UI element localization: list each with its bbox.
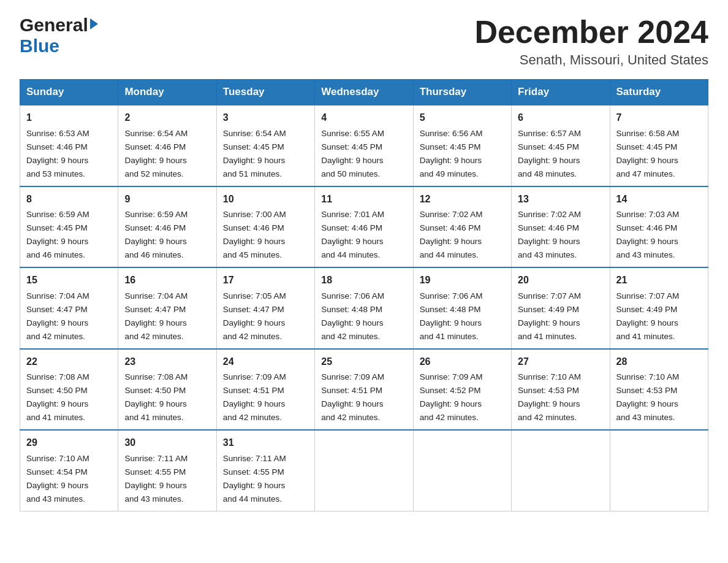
calendar-cell [512, 430, 610, 511]
calendar-cell: 14Sunrise: 7:03 AMSunset: 4:46 PMDayligh… [610, 186, 708, 267]
day-info: Sunrise: 6:59 AMSunset: 4:45 PMDaylight:… [26, 210, 89, 259]
day-number: 22 [26, 354, 112, 370]
calendar-week-3: 15Sunrise: 7:04 AMSunset: 4:47 PMDayligh… [20, 267, 708, 348]
header-sunday: Sunday [20, 80, 118, 105]
day-number: 2 [124, 110, 210, 126]
calendar-cell: 6Sunrise: 6:57 AMSunset: 4:45 PMDaylight… [512, 105, 610, 186]
day-number: 11 [321, 192, 406, 207]
day-number: 6 [518, 110, 603, 126]
day-number: 4 [321, 110, 406, 126]
day-number: 10 [223, 192, 308, 207]
calendar-cell: 11Sunrise: 7:01 AMSunset: 4:46 PMDayligh… [315, 186, 413, 267]
day-info: Sunrise: 6:54 AMSunset: 4:46 PMDaylight:… [124, 129, 188, 178]
calendar-title-block: December 2024 Senath, Missouri, United S… [474, 15, 708, 68]
calendar-cell: 3Sunrise: 6:54 AMSunset: 4:45 PMDaylight… [216, 105, 314, 186]
calendar-cell [413, 430, 511, 511]
calendar-cell: 4Sunrise: 6:55 AMSunset: 4:45 PMDaylight… [315, 105, 413, 186]
day-info: Sunrise: 7:03 AMSunset: 4:46 PMDaylight:… [616, 210, 680, 259]
day-number: 27 [518, 354, 603, 370]
calendar-week-4: 22Sunrise: 7:08 AMSunset: 4:50 PMDayligh… [20, 349, 708, 430]
day-info: Sunrise: 7:06 AMSunset: 4:48 PMDaylight:… [420, 291, 483, 341]
header-tuesday: Tuesday [216, 80, 314, 105]
calendar-cell: 10Sunrise: 7:00 AMSunset: 4:46 PMDayligh… [216, 186, 314, 267]
day-number: 9 [124, 192, 210, 207]
day-number: 30 [124, 435, 210, 451]
day-info: Sunrise: 7:08 AMSunset: 4:50 PMDaylight:… [26, 372, 89, 422]
calendar-cell: 29Sunrise: 7:10 AMSunset: 4:54 PMDayligh… [20, 430, 118, 511]
day-info: Sunrise: 7:10 AMSunset: 4:53 PMDaylight:… [616, 372, 680, 422]
calendar-cell: 9Sunrise: 6:59 AMSunset: 4:46 PMDaylight… [118, 186, 216, 267]
day-info: Sunrise: 6:59 AMSunset: 4:46 PMDaylight:… [124, 210, 188, 259]
day-number: 28 [616, 354, 702, 370]
day-number: 23 [124, 354, 210, 370]
calendar-week-2: 8Sunrise: 6:59 AMSunset: 4:45 PMDaylight… [20, 186, 708, 267]
logo: General Blue [20, 15, 98, 56]
day-info: Sunrise: 6:53 AMSunset: 4:46 PMDaylight:… [26, 129, 89, 178]
calendar-week-5: 29Sunrise: 7:10 AMSunset: 4:54 PMDayligh… [20, 430, 708, 511]
day-info: Sunrise: 7:08 AMSunset: 4:50 PMDaylight:… [124, 372, 188, 422]
day-info: Sunrise: 7:05 AMSunset: 4:47 PMDaylight:… [223, 291, 286, 341]
day-info: Sunrise: 7:09 AMSunset: 4:51 PMDaylight:… [223, 372, 286, 422]
day-info: Sunrise: 6:54 AMSunset: 4:45 PMDaylight:… [223, 129, 286, 178]
header-friday: Friday [512, 80, 610, 105]
header-thursday: Thursday [413, 80, 511, 105]
day-number: 5 [420, 110, 505, 126]
day-number: 26 [420, 354, 505, 370]
day-info: Sunrise: 7:04 AMSunset: 4:47 PMDaylight:… [26, 291, 89, 341]
logo-triangle-icon [90, 18, 98, 29]
day-number: 24 [223, 354, 308, 370]
calendar-cell: 21Sunrise: 7:07 AMSunset: 4:49 PMDayligh… [610, 267, 708, 348]
day-info: Sunrise: 7:01 AMSunset: 4:46 PMDaylight:… [321, 210, 384, 259]
calendar-week-1: 1Sunrise: 6:53 AMSunset: 4:46 PMDaylight… [20, 105, 708, 186]
calendar-cell: 22Sunrise: 7:08 AMSunset: 4:50 PMDayligh… [20, 349, 118, 430]
day-info: Sunrise: 7:10 AMSunset: 4:53 PMDaylight:… [518, 372, 581, 422]
day-info: Sunrise: 7:02 AMSunset: 4:46 PMDaylight:… [518, 210, 581, 259]
calendar-cell: 24Sunrise: 7:09 AMSunset: 4:51 PMDayligh… [216, 349, 314, 430]
logo-general-text: General [20, 15, 88, 36]
day-number: 17 [223, 273, 308, 288]
day-info: Sunrise: 6:57 AMSunset: 4:45 PMDaylight:… [518, 129, 581, 178]
day-number: 16 [124, 273, 210, 288]
page-header: General Blue December 2024 Senath, Misso… [20, 15, 708, 68]
calendar-cell: 26Sunrise: 7:09 AMSunset: 4:52 PMDayligh… [413, 349, 511, 430]
day-info: Sunrise: 7:09 AMSunset: 4:51 PMDaylight:… [321, 372, 384, 422]
day-number: 21 [616, 273, 702, 288]
day-number: 13 [518, 192, 603, 207]
calendar-cell: 5Sunrise: 6:56 AMSunset: 4:45 PMDaylight… [413, 105, 511, 186]
header-saturday: Saturday [610, 80, 708, 105]
day-info: Sunrise: 7:06 AMSunset: 4:48 PMDaylight:… [321, 291, 384, 341]
calendar-cell: 19Sunrise: 7:06 AMSunset: 4:48 PMDayligh… [413, 267, 511, 348]
calendar-cell: 1Sunrise: 6:53 AMSunset: 4:46 PMDaylight… [20, 105, 118, 186]
header-monday: Monday [118, 80, 216, 105]
calendar-cell: 7Sunrise: 6:58 AMSunset: 4:45 PMDaylight… [610, 105, 708, 186]
day-number: 31 [223, 435, 308, 451]
day-number: 7 [616, 110, 702, 126]
day-info: Sunrise: 7:10 AMSunset: 4:54 PMDaylight:… [26, 454, 89, 504]
calendar-cell: 23Sunrise: 7:08 AMSunset: 4:50 PMDayligh… [118, 349, 216, 430]
calendar-cell: 28Sunrise: 7:10 AMSunset: 4:53 PMDayligh… [610, 349, 708, 430]
calendar-cell: 30Sunrise: 7:11 AMSunset: 4:55 PMDayligh… [118, 430, 216, 511]
day-number: 3 [223, 110, 308, 126]
day-number: 1 [26, 110, 112, 126]
calendar-cell: 13Sunrise: 7:02 AMSunset: 4:46 PMDayligh… [512, 186, 610, 267]
day-info: Sunrise: 7:07 AMSunset: 4:49 PMDaylight:… [518, 291, 581, 341]
calendar-cell: 15Sunrise: 7:04 AMSunset: 4:47 PMDayligh… [20, 267, 118, 348]
calendar-table: SundayMondayTuesdayWednesdayThursdayFrid… [20, 79, 708, 511]
day-number: 18 [321, 273, 406, 288]
calendar-cell: 20Sunrise: 7:07 AMSunset: 4:49 PMDayligh… [512, 267, 610, 348]
calendar-cell: 8Sunrise: 6:59 AMSunset: 4:45 PMDaylight… [20, 186, 118, 267]
calendar-cell [315, 430, 413, 511]
day-info: Sunrise: 7:11 AMSunset: 4:55 PMDaylight:… [223, 454, 286, 504]
day-info: Sunrise: 7:07 AMSunset: 4:49 PMDaylight:… [616, 291, 680, 341]
day-number: 29 [26, 435, 112, 451]
day-number: 14 [616, 192, 702, 207]
calendar-cell: 17Sunrise: 7:05 AMSunset: 4:47 PMDayligh… [216, 267, 314, 348]
calendar-cell: 27Sunrise: 7:10 AMSunset: 4:53 PMDayligh… [512, 349, 610, 430]
calendar-subtitle: Senath, Missouri, United States [474, 52, 708, 68]
calendar-header: SundayMondayTuesdayWednesdayThursdayFrid… [20, 80, 708, 105]
calendar-cell: 31Sunrise: 7:11 AMSunset: 4:55 PMDayligh… [216, 430, 314, 511]
day-info: Sunrise: 7:00 AMSunset: 4:46 PMDaylight:… [223, 210, 286, 259]
logo-blue-text: Blue [20, 36, 59, 56]
calendar-title: December 2024 [474, 15, 708, 50]
day-info: Sunrise: 7:04 AMSunset: 4:47 PMDaylight:… [124, 291, 188, 341]
